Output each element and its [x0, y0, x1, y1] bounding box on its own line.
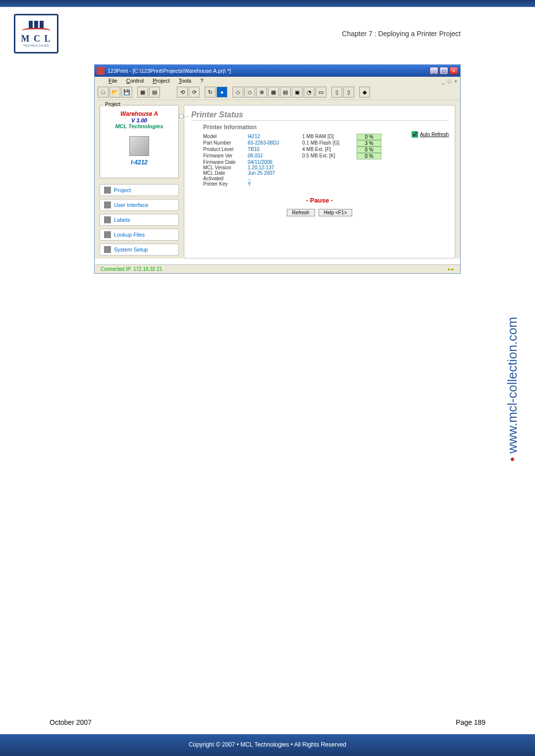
chapter-header: Chapter 7 : Deploying a Printer Project: [342, 30, 461, 38]
record-icon[interactable]: ●: [216, 87, 227, 98]
tool-icon[interactable]: ⊗: [256, 87, 267, 98]
info-label: Firmware Date: [203, 159, 248, 165]
mem-value: 0 %: [357, 153, 381, 159]
menu-bar: FFileile Control Project Tools ? _ □ ×: [95, 77, 460, 85]
tool-icon[interactable]: ◔: [304, 87, 315, 98]
status-bar: Connected IP: 172.16.32.21 ●●: [95, 264, 460, 273]
menu-control[interactable]: Control: [126, 78, 144, 84]
printer-info-subtitle: Printer Information: [203, 124, 448, 131]
open-icon[interactable]: 📂: [109, 87, 120, 98]
tool-icon[interactable]: ▯: [331, 87, 342, 98]
new-icon[interactable]: □: [98, 87, 108, 98]
nav-ui[interactable]: User Interface: [100, 199, 179, 211]
mem-label: 0.1 MB Flash [G]: [302, 140, 357, 147]
copyright: Copyright © 2007 • MCL Technologies • Al…: [0, 741, 535, 748]
nav-project[interactable]: Project: [100, 184, 179, 196]
close-button[interactable]: ×: [449, 67, 458, 75]
pause-status: - Pause -: [191, 197, 448, 204]
tool-icon[interactable]: ▦: [137, 87, 148, 98]
tool-icon[interactable]: ▯: [343, 87, 354, 98]
menu-project[interactable]: Project: [153, 78, 169, 84]
menu-tools[interactable]: Tools: [178, 78, 191, 84]
printer-status-title: Printer Status: [191, 110, 448, 121]
info-value: 1.20.12-137: [248, 165, 302, 170]
status-indicator: ●●: [447, 266, 454, 272]
system-icon: [104, 246, 111, 253]
side-url: • www.mcl-collection.com: [505, 317, 520, 461]
app-window: 123Print - [C:\123Print\Projects\Warehou…: [94, 64, 461, 274]
project-icon: [104, 187, 111, 194]
info-value: Jun 25 2007: [248, 170, 302, 176]
title-bar: 123Print - [C:\123Print\Projects\Warehou…: [95, 65, 460, 77]
connection-status: Connected IP: 172.16.32.21: [101, 266, 162, 272]
lookup-icon: [104, 231, 111, 238]
mem-label: 4 MB Ext. [F]: [302, 147, 357, 153]
tool-icon[interactable]: ⟳: [189, 87, 200, 98]
info-label: Firmware Ver: [203, 153, 248, 159]
info-label: Model: [203, 134, 248, 140]
mem-value: 3 %: [357, 140, 381, 147]
app-icon: [97, 67, 105, 75]
mdi-minimize[interactable]: _: [442, 78, 445, 84]
help-button[interactable]: Help <F1>: [319, 209, 353, 216]
nav-list: Project User Interface Labels Lookup Fil…: [100, 184, 179, 255]
tool-icon[interactable]: ▤: [280, 87, 291, 98]
printer-image: [129, 136, 149, 156]
printer-status-panel: Printer Status Printer Information Auto …: [184, 105, 455, 258]
info-value: ...: [248, 176, 302, 181]
project-tech: MCL Technologies: [102, 123, 176, 129]
printer-model: I-4212: [102, 159, 176, 166]
project-name: Warehouse A: [102, 110, 176, 117]
nav-labels[interactable]: Labels: [100, 214, 179, 226]
tool-icon[interactable]: ↻: [205, 87, 215, 98]
footer-page: Page 189: [456, 718, 485, 726]
minimize-button[interactable]: _: [429, 67, 438, 75]
mdi-close[interactable]: ×: [454, 78, 457, 84]
window-title: 123Print - [C:\123Print\Projects\Warehou…: [107, 68, 429, 74]
info-label: Product Level: [203, 147, 248, 153]
info-label: MCL Date: [203, 170, 248, 176]
info-label: MCL Version: [203, 165, 248, 170]
tool-icon[interactable]: ◇: [232, 87, 243, 98]
mem-label: 1 MB RAM [D]: [302, 134, 357, 140]
auto-refresh-label[interactable]: Auto Refresh: [420, 132, 449, 137]
mdi-restore[interactable]: □: [448, 78, 451, 84]
info-value: 83-2283-08DJ: [248, 140, 302, 147]
menu-help[interactable]: ?: [200, 78, 203, 84]
mem-value: 0 %: [357, 134, 381, 140]
tool-icon[interactable]: ▭: [316, 87, 326, 98]
nav-lookup[interactable]: Lookup Files: [100, 229, 179, 241]
project-version: V 1.00: [102, 117, 176, 123]
toolbar: □ 📂 💾 ▦ ▤ ⟲ ⟳ ↻ ● ◇ ◇ ⊗ ▦ ▤ ▣ ◔ ▭ ▯ ▯ ◆: [95, 85, 460, 100]
info-value: 08.03J: [248, 153, 302, 159]
nav-system[interactable]: System Setup: [100, 244, 179, 255]
tool-icon[interactable]: ▦: [268, 87, 279, 98]
info-value: 04/11/2006: [248, 159, 302, 165]
mcl-logo: M C L TECHNOLOGIES: [14, 14, 58, 53]
tool-icon[interactable]: ▤: [149, 87, 160, 98]
tool-icon[interactable]: ◆: [359, 87, 370, 98]
tool-icon[interactable]: ▣: [292, 87, 303, 98]
save-icon[interactable]: 💾: [121, 87, 132, 98]
info-label: Part Number: [203, 140, 248, 147]
mem-value: 0 %: [357, 147, 381, 153]
info-label: Activated: [203, 176, 248, 181]
project-box: Project Warehouse A V 1.00 MCL Technolog…: [100, 105, 179, 178]
ui-icon: [104, 202, 111, 208]
logo-subtext: TECHNOLOGIES: [23, 44, 49, 47]
logo-text: M C L: [21, 34, 52, 44]
tool-icon[interactable]: ⟲: [177, 87, 188, 98]
info-value: TB10: [248, 147, 302, 153]
project-tab-label: Project: [103, 101, 122, 107]
refresh-button[interactable]: Refresh: [287, 209, 315, 216]
maximize-button[interactable]: □: [439, 67, 448, 75]
left-panel: Project Warehouse A V 1.00 MCL Technolog…: [95, 100, 184, 258]
info-value: Y: [248, 181, 302, 187]
tool-icon[interactable]: ◇: [244, 87, 255, 98]
info-value: I4212: [248, 134, 302, 140]
labels-icon: [104, 216, 111, 223]
menu-file[interactable]: FFileile: [108, 78, 117, 84]
mem-label: 0.5 MB Ext. [K]: [302, 153, 357, 159]
info-label: Printer Key: [203, 181, 248, 187]
auto-refresh-checkbox[interactable]: [412, 131, 418, 138]
